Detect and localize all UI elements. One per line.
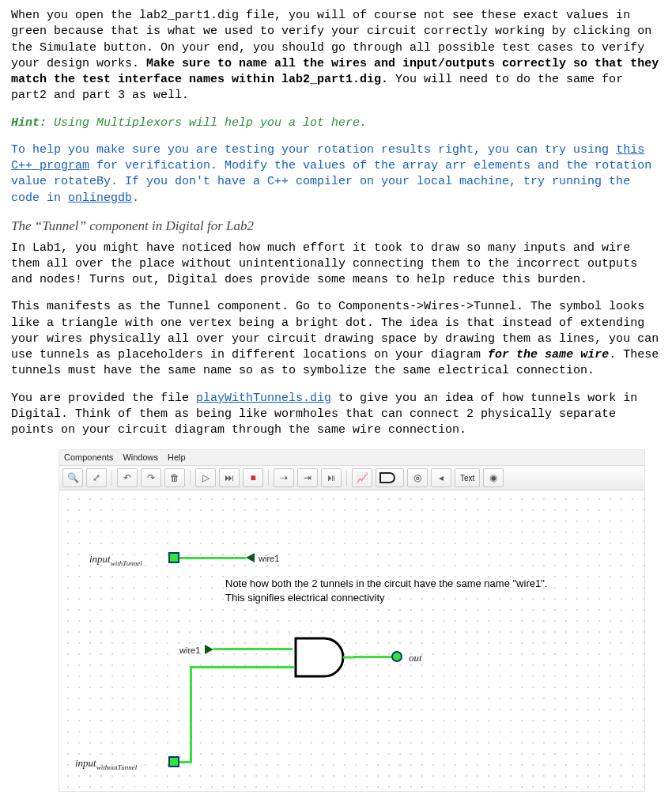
menu-help[interactable]: Help xyxy=(168,452,186,464)
onlinegdb-link[interactable]: onlinegdb xyxy=(68,191,132,205)
step-icon[interactable]: ⇢ xyxy=(274,468,294,487)
digital-screenshot: Components Windows Help 🔍 ⤢ ↶ ↷ 🗑 ▷ ⏭ ■ … xyxy=(59,449,645,792)
input-without-tunnel-label: inputwithoutTunnel xyxy=(75,756,137,772)
zoom-in-icon[interactable]: 🔍 xyxy=(62,468,83,487)
wire-out xyxy=(353,656,391,658)
gate-icon[interactable] xyxy=(376,468,404,487)
tunnel-wire1-label-b: wire1 xyxy=(179,645,200,657)
menu-components[interactable]: Components xyxy=(64,452,113,464)
tunnel-file-paragraph: You are provided the file playWithTunnel… xyxy=(11,391,661,439)
text-tool-button[interactable]: Text xyxy=(455,468,480,487)
circuit-canvas: inputwithTunnel wire1 Note how both the … xyxy=(59,490,644,791)
input-without-tunnel-port[interactable] xyxy=(168,756,179,767)
wire-bottom-h2 xyxy=(190,666,294,668)
zoom-fit-icon[interactable]: ⤢ xyxy=(86,468,107,487)
wire-gate-top xyxy=(213,648,293,650)
delete-icon[interactable]: 🗑 xyxy=(164,468,185,487)
output-label: out xyxy=(409,651,422,665)
wire-bottom-v xyxy=(190,666,192,763)
tunnel-wire1-label-a: wire1 xyxy=(259,553,279,565)
separator-icon xyxy=(268,470,269,486)
verify-text-a: To help you make sure you are testing yo… xyxy=(11,143,616,157)
tunnel-explain-bold: for the same wire xyxy=(488,348,609,361)
step3-icon[interactable]: ⏯ xyxy=(321,468,342,487)
separator-icon xyxy=(111,470,112,486)
verification-paragraph: To help you make sure you are testing yo… xyxy=(11,142,661,206)
triangle-left-icon[interactable]: ◂ xyxy=(431,468,451,487)
wire-top xyxy=(179,557,246,559)
step2-icon[interactable]: ⇥ xyxy=(297,468,318,487)
tunnel-explain-paragraph: This manifests as the Tunnel component. … xyxy=(11,299,661,379)
menu-windows[interactable]: Windows xyxy=(123,452,158,464)
and-gate[interactable] xyxy=(293,635,348,679)
tunnel-wire1-sink-icon[interactable] xyxy=(246,553,255,562)
redo-icon[interactable]: ↷ xyxy=(141,468,161,487)
tunnel-wire1-source-icon[interactable] xyxy=(205,645,213,654)
separator-icon xyxy=(346,470,347,486)
intro-paragraph: When you open the lab2_part1.dig file, y… xyxy=(11,8,661,104)
verify-text-c: . xyxy=(132,191,139,205)
separator-icon xyxy=(190,470,191,486)
section-heading: The “Tunnel” component in Digital for La… xyxy=(11,218,661,236)
menubar: Components Windows Help xyxy=(59,450,644,466)
play-icon[interactable]: ▷ xyxy=(195,468,216,487)
output-port[interactable] xyxy=(391,651,402,662)
input-with-tunnel-label: inputwithTunnel xyxy=(89,552,142,568)
hint-label: Hint: xyxy=(11,116,47,130)
tunnel-intro-paragraph: In Lab1, you might have noticed how much… xyxy=(11,240,661,289)
fast-forward-icon[interactable]: ⏭ xyxy=(219,468,240,487)
undo-icon[interactable]: ↶ xyxy=(117,468,138,487)
tunnel-note-line1: Note how both the 2 tunnels in the circu… xyxy=(225,577,547,590)
graph-icon[interactable]: 📈 xyxy=(352,468,372,487)
input-with-tunnel-port[interactable] xyxy=(168,552,179,563)
toolbar: 🔍 ⤢ ↶ ↷ 🗑 ▷ ⏭ ■ ⇢ ⇥ ⏯ 📈 ◎ ◂ Text ◉ xyxy=(59,466,644,490)
stop-icon[interactable]: ■ xyxy=(243,468,263,487)
output-icon[interactable]: ◉ xyxy=(483,468,504,487)
input-icon[interactable]: ◎ xyxy=(407,468,428,487)
hint-text: Using Multiplexors will help you a lot h… xyxy=(47,116,367,130)
playwithtunnels-link[interactable]: playWithTunnels.dig xyxy=(196,392,331,405)
tunnel-note-line2: This signifies electrical connectivity xyxy=(225,592,385,604)
tunnel-file-a: You are provided the file xyxy=(11,392,196,405)
hint-line: Hint: Using Multiplexors will help you a… xyxy=(11,115,661,131)
